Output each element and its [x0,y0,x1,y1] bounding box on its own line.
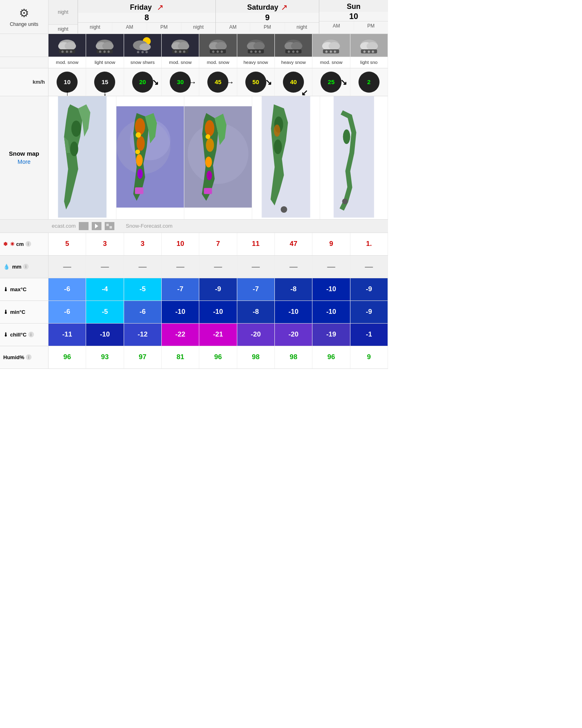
desc-cell-8: light sno [350,57,388,68]
watermark-icon-2 [92,222,101,230]
snowmap-cell-0[interactable] [48,96,116,219]
friday-expand-icon[interactable]: ↗ [157,2,164,12]
sunday-pm-col: PM [354,21,388,30]
snowmap-label: Snow map [9,150,39,157]
sunday-name: Sun [347,2,361,11]
header-section: ⚙ Change units night night Friday ↗ 8 ni… [0,0,388,34]
change-units-label[interactable]: Change units [10,21,38,27]
data-section: ❄ ✳ cm i 5 3 3 10 7 11 47 9 1. 💧 mm i — … [0,233,388,369]
sunday-am-col: AM [319,21,354,30]
wind-cell-8: 2 [350,68,388,96]
chill-cell-3: -22 [162,324,199,346]
thermometer-min-icon: 🌡 [3,309,8,315]
desc-label-spacer [0,57,48,68]
watermark-content: ecast.com Snow-Forecast.com [48,222,388,230]
wind-cell-7: 25 ↘ [312,68,350,96]
snow-cm-cell-4: 7 [199,233,237,255]
weather-cells: ❄ ❄ ❄ ❄ ❄ ❄ ❄ ❄ ❄ [48,34,388,57]
rain-icon: 💧 [3,264,10,270]
weather-cell-0: ❄ ❄ ❄ [48,34,86,57]
settings-col: ⚙ Change units [0,0,48,34]
temp-max-label-col: 🌡 max°C [0,278,48,301]
temp-max-unit: max°C [10,286,27,292]
watermark-row: ecast.com Snow-Forecast.com [0,220,388,233]
temp-max-cell-8: -9 [350,278,388,301]
svg-point-69 [281,206,287,213]
wind-bubble-7: 25 [321,72,342,93]
humid-info-icon[interactable]: i [26,354,32,360]
desc-cell-7: mod. snow [312,57,350,68]
temp-min-label-col: 🌡 min°C [0,301,48,323]
chill-row: 🌡 chill°C i -11 -10 -12 -22 -21 -20 -20 … [0,324,388,346]
rain-mm-info-icon[interactable]: i [23,264,29,269]
svg-rect-73 [79,222,89,230]
watermark-icon-3 [105,222,114,230]
snow-cm-cell-2: 3 [124,233,162,255]
rain-mm-unit: mm [12,264,21,270]
svg-point-68 [274,125,280,137]
humid-cell-7: 96 [312,346,350,368]
svg-point-41 [367,42,378,50]
humid-cell-8: 9 [350,346,388,368]
day-group-saturday: Saturday ↗ 9 AM PM night [216,0,319,34]
wind-bubble-3: 30 [170,72,191,93]
wind-row: km/h 10 ↑ 15 ↓ 20 ↘ [0,68,388,96]
temp-max-row: 🌡 max°C -6 -4 -5 -7 -9 -7 -8 -10 -9 [0,278,388,301]
temp-min-cell-4: -10 [199,301,237,323]
rain-mm-cells: — — — — — — — — — [48,256,388,278]
svg-point-61 [205,157,212,167]
svg-point-67 [274,140,282,154]
snow-cm-info-icon[interactable]: i [25,241,31,247]
chill-info-icon[interactable]: i [28,332,34,337]
snow-cm-cell-3: 10 [162,233,199,255]
temp-min-unit: min°C [10,309,25,315]
rain-mm-cell-6: — [275,256,312,278]
friday-night-col: night [78,23,112,32]
prev-day-label: night [58,9,68,15]
gear-icon[interactable]: ⚙ [19,6,29,20]
svg-point-64 [206,134,211,139]
snow-cm-unit-icon: ✳ [10,241,15,247]
svg-point-31 [291,42,302,50]
day-group-friday: Friday ↗ 8 night AM PM night [78,0,216,34]
svg-point-2 [65,42,76,50]
rain-mm-cell-2: — [124,256,162,278]
temp-max-cells: -6 -4 -5 -7 -9 -7 -8 -10 -9 [48,278,388,301]
svg-rect-78 [110,226,112,229]
snowmap-more-link[interactable]: More [18,159,31,165]
svg-point-62 [207,171,212,180]
temp-min-cell-8: -9 [350,301,388,323]
humid-cell-1: 93 [86,346,124,368]
svg-text:❄ ❄ ❄: ❄ ❄ ❄ [363,50,375,54]
svg-text:❄ ❄ ❄: ❄ ❄ ❄ [99,50,111,54]
wind-cell-5: 50 ↘ [237,68,275,96]
snowmap-cell-1[interactable] [116,96,184,219]
svg-text:❄ ❄ ❄: ❄ ❄ ❄ [212,50,224,54]
humid-cell-3: 81 [162,346,199,368]
svg-point-72 [342,199,348,204]
svg-text:❄ ❄ ❄: ❄ ❄ ❄ [137,50,148,54]
snowmap-label-col: Snow map More [0,96,48,219]
snowmap-cell-4[interactable] [320,96,388,219]
watermark-text-1: ecast.com [52,223,76,229]
snowmap-cell-2[interactable] [184,96,252,219]
thermometer-chill-icon: 🌡 [3,332,8,338]
saturday-pm-col: PM [250,23,285,32]
sub-col-prev-night: night [48,25,78,34]
chill-cell-5: -20 [237,324,275,346]
svg-text:❄ ❄ ❄: ❄ ❄ ❄ [61,50,73,54]
svg-rect-70 [334,96,374,218]
chill-cells: -11 -10 -12 -22 -21 -20 -20 -19 -1 [48,324,388,346]
snowmap-cell-3[interactable] [252,96,320,219]
svg-point-7 [102,42,114,50]
chill-label-col: 🌡 chill°C i [0,324,48,346]
saturday-expand-icon[interactable]: ↗ [281,2,288,12]
wind-bubble-2: 20 [132,72,153,93]
svg-point-53 [137,169,143,179]
temp-min-cell-3: -10 [162,301,199,323]
friday-name: Friday [130,3,152,12]
svg-text:❄ ❄ ❄: ❄ ❄ ❄ [175,50,186,54]
snow-cm-cells: 5 3 3 10 7 11 47 9 1. [48,233,388,255]
snowmap-row: Snow map More [0,96,388,220]
chill-cell-1: -10 [86,324,124,346]
